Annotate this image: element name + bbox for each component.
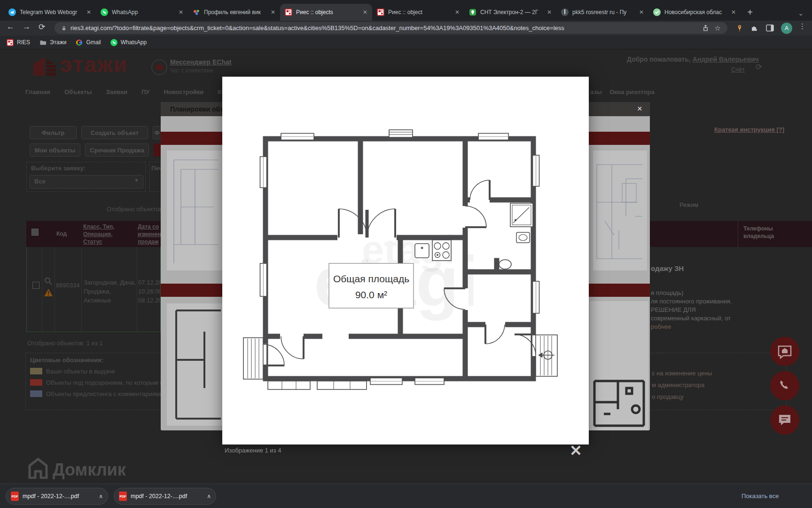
etagi-logo-text[interactable]: этажи — [60, 52, 128, 77]
bookmark-star-icon[interactable]: ☆ — [715, 24, 721, 32]
bookmark-etagi-folder[interactable]: Этажи — [39, 39, 66, 46]
col-class-line[interactable]: Статус — [83, 238, 114, 246]
select-all-checkbox[interactable] — [31, 229, 39, 236]
area-label: Общая площадь — [333, 273, 409, 284]
plan-thumbnail[interactable] — [593, 151, 647, 270]
col-date-line[interactable]: изменен — [138, 230, 161, 238]
message-widget-button[interactable] — [770, 405, 799, 435]
col-date-line[interactable]: продаж — [138, 238, 161, 246]
tab-whatsapp[interactable]: WhatsApp ✕ — [96, 4, 188, 21]
bookmark-ries[interactable]: RIES — [7, 39, 30, 46]
nav-item-pu[interactable]: ПУ — [141, 88, 149, 95]
tab-title: Риес :: objects — [296, 9, 359, 16]
pin-extension-icon[interactable] — [736, 24, 743, 32]
tab-telegram[interactable]: Telegram Web Webogr ✕ — [4, 4, 96, 21]
nav-item-objekty[interactable]: Объекты — [64, 88, 92, 95]
nav-item-zayavki[interactable]: Заявки — [106, 88, 127, 95]
close-tab-icon[interactable]: ✕ — [638, 9, 645, 16]
side-panel-icon[interactable] — [766, 24, 774, 32]
tab-profile[interactable]: Профиль евгений вик ✕ — [188, 4, 280, 21]
messenger-echat-link[interactable]: Мессенджер EChat — [170, 58, 231, 66]
price-change-link-fragment[interactable]: с на изменение цены — [652, 370, 712, 377]
user-name-link[interactable]: Андрей Валерьевич — [693, 56, 759, 63]
tab-ries-objects-active[interactable]: Риес :: objects ✕ — [280, 4, 372, 21]
filter-button[interactable]: Фильтр — [30, 126, 77, 139]
forward-button[interactable]: → — [23, 22, 31, 32]
more-link-fragment[interactable]: робнее — [651, 323, 732, 331]
plan-thumbnail[interactable] — [590, 301, 648, 430]
close-tab-icon[interactable]: ✕ — [546, 9, 553, 16]
ries-icon — [285, 8, 292, 16]
col-date-links[interactable]: Дата со изменен продаж — [138, 223, 161, 246]
tab-rosreestr[interactable]: pkk5 rosreestr ru - Пу ✕ — [556, 4, 648, 21]
share-icon[interactable] — [702, 24, 709, 32]
address-bar[interactable]: ries3.etagi.com/?todo=filtrate&page=obje… — [55, 22, 727, 34]
toilet-icon — [494, 258, 511, 270]
bookmark-gmail[interactable]: Gmail — [76, 39, 101, 46]
cut-button-fragment[interactable]: Ф — [153, 126, 161, 139]
plan-thumbnail[interactable] — [167, 303, 222, 426]
nav-item-fragment[interactable]: азы — [590, 88, 602, 95]
urgent-sale-button[interactable]: Срочная Продажа — [85, 143, 149, 157]
tab-ries-object[interactable]: Риес :: object ✕ — [372, 4, 464, 21]
close-tab-icon[interactable]: ✕ — [270, 9, 276, 16]
admin-link-fragment[interactable]: м администратора — [652, 381, 704, 389]
back-button[interactable]: ← — [7, 22, 15, 32]
chat-widget-button[interactable] — [770, 337, 799, 366]
close-tab-icon[interactable]: ✕ — [178, 9, 184, 16]
request-select-value: Все — [34, 178, 46, 185]
col-class-links[interactable]: Класс, Тип, Операция, Статус — [83, 223, 114, 246]
close-tab-icon[interactable]: ✕ — [362, 9, 368, 16]
refresh-balance-icon[interactable]: ⟳ — [756, 62, 762, 72]
nav-item-glavnaya[interactable]: Главная — [25, 88, 50, 95]
tab-novosibirsk[interactable]: Новосибирская облас ✕ — [648, 4, 741, 21]
account-link[interactable]: Счёт — [731, 66, 745, 73]
tab-search-chevron-icon[interactable]: ⌄ — [798, 9, 812, 17]
nav-item-novostroyki[interactable]: Новостройки — [164, 88, 203, 95]
tab-2gis[interactable]: СНТ Электрон-2 — 2Г ✕ — [464, 4, 556, 21]
download-chip[interactable]: PDF mpdf - 2022-12-....pdf ∧ — [114, 488, 216, 505]
magnifier-icon[interactable] — [44, 277, 53, 286]
request-select[interactable]: Все ▼ — [30, 175, 143, 189]
selected-counter-bottom: Отобрано объектов: 1 из 1 — [27, 340, 103, 347]
col-class-line[interactable]: Операция, — [83, 230, 114, 238]
col-class-line[interactable]: Класс, Тип, — [83, 223, 114, 230]
chevron-up-icon[interactable]: ∧ — [99, 493, 103, 500]
chat-bubble-icon — [777, 413, 792, 428]
tab-title: Риес :: object — [388, 9, 451, 16]
screen: Telegram Web Webogr ✕ WhatsApp ✕ Профиль… — [0, 0, 812, 508]
extensions-puzzle-icon[interactable] — [750, 24, 758, 32]
echat-icon — [151, 59, 167, 75]
chevron-up-icon[interactable]: ∧ — [207, 493, 211, 500]
table-row[interactable]: 8690334 Загородная, Дача, Продажа, Актив… — [26, 247, 161, 332]
seller-link-fragment[interactable]: о продавцу — [652, 393, 684, 400]
close-tab-icon[interactable]: ✕ — [86, 9, 92, 16]
download-chip[interactable]: PDF mpdf - 2022-12-....pdf ∧ — [6, 488, 108, 505]
col-date-line[interactable]: Дата со — [138, 223, 161, 230]
row-date-lines: 07.12.20 10:26:00 08.12.20 — [138, 278, 161, 305]
phone-call-button[interactable] — [770, 371, 799, 400]
nav-item-okna-rieltora[interactable]: Окна риэлтора — [609, 88, 655, 95]
reload-button[interactable]: ⟳ — [39, 22, 45, 32]
etagi-logo-icon[interactable] — [32, 56, 57, 77]
plan-thumbnail[interactable] — [167, 151, 222, 270]
avatar[interactable]: A — [781, 23, 792, 34]
new-tab-button[interactable]: + — [743, 6, 757, 19]
close-tab-icon[interactable]: ✕ — [454, 9, 461, 16]
dialog-close-icon[interactable]: × — [637, 104, 642, 114]
bookmark-whatsapp[interactable]: WhatsApp — [110, 39, 147, 46]
tab-title: WhatsApp — [112, 9, 175, 16]
my-objects-button[interactable]: Мои объекты — [30, 143, 80, 157]
create-object-button[interactable]: Создать объект — [81, 126, 148, 139]
show-all-downloads-link[interactable]: Показать все — [742, 492, 779, 500]
lightbox-close-icon[interactable]: ✕ — [570, 443, 582, 458]
row-checkbox[interactable] — [32, 282, 39, 289]
short-instruction-link[interactable]: Краткая инструкция [?] — [714, 126, 784, 133]
ries-icon — [377, 8, 384, 16]
close-tab-icon[interactable]: ✕ — [730, 9, 737, 16]
menu-dots-icon[interactable]: ⋮ — [799, 22, 806, 31]
red-button-fragment[interactable] — [154, 143, 161, 157]
phone-icon — [778, 379, 792, 393]
bath-sink-icon — [516, 232, 530, 243]
pdf-icon: PDF — [11, 492, 19, 501]
